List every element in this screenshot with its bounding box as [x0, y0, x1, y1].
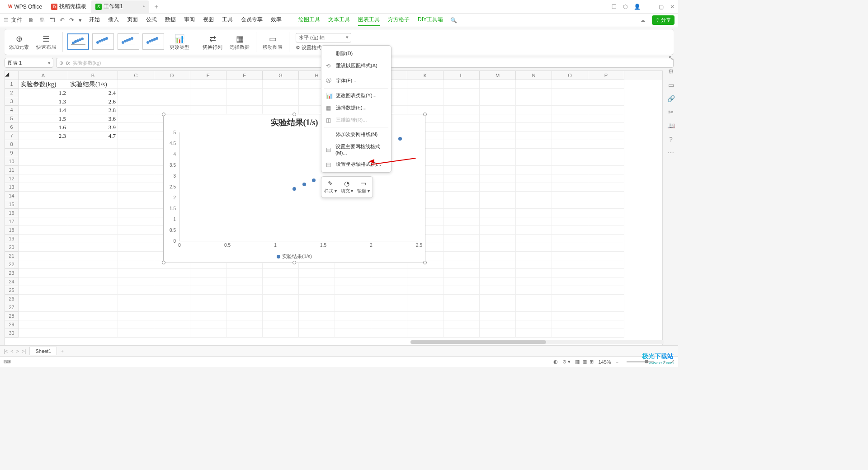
cell[interactable]: [118, 132, 154, 140]
col-header[interactable]: D: [154, 71, 190, 80]
cell[interactable]: [443, 80, 480, 89]
cell[interactable]: [516, 217, 552, 226]
row-header[interactable]: 28: [5, 312, 19, 320]
cell[interactable]: [443, 252, 480, 260]
resize-handle[interactable]: [292, 261, 296, 264]
cell[interactable]: [588, 295, 624, 303]
cell[interactable]: [516, 114, 552, 123]
cell[interactable]: [443, 140, 480, 149]
cell[interactable]: [118, 226, 154, 235]
cell[interactable]: [588, 226, 624, 235]
cell[interactable]: [552, 123, 588, 132]
cell[interactable]: [68, 295, 118, 303]
cell[interactable]: [335, 277, 371, 286]
cell[interactable]: [443, 260, 480, 269]
cell[interactable]: [588, 114, 624, 123]
cell[interactable]: [154, 97, 190, 106]
cell[interactable]: [226, 97, 263, 106]
cell[interactable]: [118, 183, 154, 192]
cursor-icon[interactable]: ↖: [668, 54, 674, 61]
cell[interactable]: 1.5: [19, 114, 68, 123]
cell[interactable]: [19, 260, 68, 269]
cell[interactable]: [443, 157, 480, 166]
cell[interactable]: [19, 140, 68, 149]
context-menu-item[interactable]: ▦选择数据(E)...: [321, 102, 391, 114]
resize-handle[interactable]: [423, 113, 427, 116]
cell[interactable]: [19, 174, 68, 183]
more-icon[interactable]: ⋯: [668, 149, 674, 156]
cell[interactable]: [19, 312, 68, 320]
cell[interactable]: [19, 295, 68, 303]
context-menu-item[interactable]: 添加次要网格线(N): [321, 128, 391, 141]
cell[interactable]: [118, 269, 154, 277]
cell[interactable]: [588, 329, 624, 338]
cell[interactable]: [443, 200, 480, 209]
cell[interactable]: [480, 277, 516, 286]
cell[interactable]: [118, 209, 154, 217]
chart-thumb-3[interactable]: [118, 33, 139, 50]
cell[interactable]: [68, 235, 118, 243]
menu-tab[interactable]: DIY工具箱: [418, 14, 443, 26]
cell[interactable]: [154, 80, 190, 89]
resize-handle[interactable]: [292, 113, 296, 116]
cell[interactable]: [68, 303, 118, 312]
cell[interactable]: [118, 157, 154, 166]
cell[interactable]: [588, 312, 624, 320]
cell[interactable]: [552, 303, 588, 312]
cell[interactable]: [588, 320, 624, 329]
avatar-icon[interactable]: 👤: [634, 4, 641, 10]
cell[interactable]: [516, 132, 552, 140]
cell[interactable]: [443, 235, 480, 243]
cell[interactable]: 2.4: [68, 89, 118, 97]
cell[interactable]: [480, 114, 516, 123]
cell[interactable]: [154, 286, 190, 295]
view-break-icon[interactable]: ⊞: [590, 359, 594, 365]
cell[interactable]: [19, 157, 68, 166]
cell[interactable]: [588, 106, 624, 114]
cell[interactable]: [68, 312, 118, 320]
cloud-icon[interactable]: ☁: [640, 17, 646, 24]
menu-tab[interactable]: 视图: [203, 14, 214, 26]
cell[interactable]: [19, 226, 68, 235]
row-header[interactable]: 13: [5, 183, 19, 192]
col-header[interactable]: A: [19, 71, 68, 80]
tab-wps[interactable]: WWPS Office: [4, 0, 47, 13]
cell[interactable]: [118, 260, 154, 269]
cell[interactable]: [480, 97, 516, 106]
cell[interactable]: [407, 286, 443, 295]
cell[interactable]: [588, 277, 624, 286]
cell[interactable]: [443, 114, 480, 123]
cell[interactable]: [226, 320, 263, 329]
cell[interactable]: [371, 295, 407, 303]
ribbon-move-chart[interactable]: ▭移动图表: [260, 34, 285, 51]
cell[interactable]: [443, 286, 480, 295]
menu-tab[interactable]: 页面: [127, 14, 138, 26]
cell[interactable]: [371, 329, 407, 338]
cell[interactable]: [552, 149, 588, 157]
menu-tab[interactable]: 文本工具: [328, 14, 350, 26]
cell[interactable]: [263, 97, 299, 106]
cell[interactable]: [443, 243, 480, 252]
cell[interactable]: [480, 157, 516, 166]
cell[interactable]: [443, 132, 480, 140]
cell[interactable]: [118, 123, 154, 132]
cell[interactable]: [190, 106, 226, 114]
cell[interactable]: [19, 329, 68, 338]
cell[interactable]: [552, 157, 588, 166]
cell[interactable]: [407, 277, 443, 286]
cell[interactable]: [118, 320, 154, 329]
cell[interactable]: [588, 80, 624, 89]
cell[interactable]: [407, 89, 443, 97]
search-icon[interactable]: 🔍: [450, 17, 457, 24]
cell[interactable]: [226, 269, 263, 277]
cell[interactable]: [443, 277, 480, 286]
cell[interactable]: [68, 209, 118, 217]
axis-select[interactable]: 水平 (值) 轴: [296, 33, 351, 42]
cell[interactable]: [371, 303, 407, 312]
cell[interactable]: [263, 89, 299, 97]
row-header[interactable]: 22: [5, 260, 19, 269]
row-header[interactable]: 29: [5, 320, 19, 329]
cell[interactable]: [68, 140, 118, 149]
cell[interactable]: [19, 235, 68, 243]
cell[interactable]: [407, 303, 443, 312]
